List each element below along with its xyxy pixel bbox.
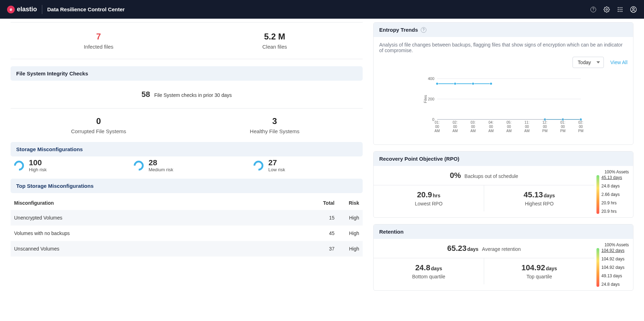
- corrupted-label: Corrupted File Systems: [11, 128, 187, 134]
- entropy-title: Entropy Trends: [379, 27, 418, 33]
- entropy-body: Analysis of file changes between backups…: [374, 37, 633, 144]
- medium-risk-item[interactable]: 28 Medium risk: [134, 159, 239, 172]
- logo-area: e elastio Data Resilience Control Center: [7, 5, 125, 14]
- entropy-desc: Analysis of file changes between backups…: [379, 42, 627, 53]
- svg-text:00: 00: [507, 125, 511, 129]
- retention-body: 65.23days Average retention 24.8days Bot…: [374, 239, 633, 290]
- svg-text:02:: 02:: [579, 121, 583, 124]
- retention-scale: 100% Assets 104.92 days104.92 days104.92…: [594, 239, 633, 290]
- table-row[interactable]: Unencrypted Volumes15High: [11, 210, 363, 226]
- misconfig-table: Misconfiguration Total Risk Unencrypted …: [11, 196, 363, 257]
- svg-point-4: [618, 9, 619, 10]
- low-risk-value: 27: [268, 159, 285, 167]
- svg-text:AM: AM: [470, 129, 476, 133]
- file-stats: 7 Infected files 5.2 M Clean files: [11, 23, 363, 59]
- high-risk-label: High risk: [29, 167, 47, 172]
- svg-text:02:: 02:: [453, 121, 458, 124]
- main-column: 7 Infected files 5.2 M Clean files File …: [11, 22, 363, 257]
- svg-point-1: [618, 7, 619, 8]
- svg-point-3: [621, 7, 623, 8]
- gradient-bar: [596, 248, 599, 287]
- topbar: e elastio Data Resilience Control Center…: [0, 0, 644, 19]
- bottom-quartile[interactable]: 24.8days Bottom quartile: [374, 258, 484, 284]
- svg-text:00: 00: [579, 125, 583, 129]
- entropy-chart: 0200400Files01:00AM02:00AM03:00AM04:00AM…: [379, 68, 627, 140]
- table-row[interactable]: Unscanned Volumes37High: [11, 241, 363, 257]
- svg-text:12:: 12:: [543, 121, 548, 124]
- infected-value: 7: [11, 32, 187, 42]
- svg-text:400: 400: [428, 76, 434, 81]
- svg-point-46: [436, 82, 438, 85]
- svg-text:00: 00: [453, 125, 457, 129]
- svg-text:11:: 11:: [525, 121, 530, 124]
- profile-icon[interactable]: [630, 6, 637, 13]
- low-risk-item[interactable]: 27 Low risk: [254, 159, 359, 172]
- svg-text:04:: 04:: [489, 121, 494, 124]
- top-misconfig-header: Top Storage Misconfigurations: [11, 179, 363, 193]
- svg-text:AM: AM: [506, 129, 512, 133]
- svg-point-49: [490, 82, 492, 85]
- fs-checks-metric: 58 File System checks in prior 30 days: [11, 81, 363, 109]
- svg-point-6: [621, 9, 623, 10]
- brand-logo[interactable]: e elastio: [7, 6, 37, 13]
- gauge-icon: [12, 159, 26, 173]
- app-title: Data Resilience Control Center: [47, 6, 125, 12]
- svg-point-11: [633, 8, 634, 10]
- topbar-actions: ?: [590, 6, 637, 13]
- corrupted-fs-stat[interactable]: 0 Corrupted File Systems: [11, 116, 187, 134]
- table-row[interactable]: Volumes with no backups45High: [11, 226, 363, 241]
- page-body: 7 Infected files 5.2 M Clean files File …: [0, 19, 644, 308]
- logo-badge-icon: e: [7, 6, 15, 13]
- clean-label: Clean files: [187, 44, 363, 50]
- top-quartile[interactable]: 104.92days Top quartile: [484, 258, 594, 284]
- high-risk-item[interactable]: 100 High risk: [14, 159, 120, 172]
- apps-icon[interactable]: [617, 6, 624, 13]
- svg-text:0: 0: [432, 117, 434, 122]
- healthy-fs-stat[interactable]: 3 Healthy File Systems: [187, 116, 363, 134]
- svg-text:AM: AM: [488, 129, 494, 133]
- entropy-header: Entropy Trends ?: [374, 23, 633, 37]
- gauge-icon: [251, 159, 265, 173]
- svg-text:AM: AM: [524, 129, 530, 133]
- col-risk: Risk: [338, 196, 363, 210]
- risk-row: 100 High risk 28 Medium risk 27 Low risk: [11, 156, 363, 179]
- healthy-label: Healthy File Systems: [187, 128, 363, 134]
- svg-text:AM: AM: [452, 129, 458, 133]
- svg-text:00: 00: [471, 125, 475, 129]
- rpo-split: 20.9hrs Lowest RPO 45.13days Highest RPO: [374, 185, 594, 211]
- svg-text:00: 00: [543, 125, 547, 129]
- chart-toolbar: Today View All: [379, 57, 627, 68]
- info-icon[interactable]: ?: [421, 27, 426, 33]
- rpo-panel: Recovery Point Objective (RPO) 0% Backup…: [373, 151, 633, 218]
- period-select[interactable]: Today: [573, 57, 604, 68]
- svg-point-7: [618, 11, 619, 12]
- svg-text:PM: PM: [560, 129, 565, 133]
- lowest-rpo[interactable]: 20.9hrs Lowest RPO: [374, 185, 484, 211]
- clean-value: 5.2 M: [187, 32, 363, 42]
- col-name: Misconfiguration: [11, 196, 310, 210]
- highest-rpo[interactable]: 45.13days Highest RPO: [484, 185, 594, 211]
- view-all-link[interactable]: View All: [610, 60, 627, 65]
- retention-header: Retention: [374, 224, 633, 239]
- gradient-bar: [596, 175, 599, 214]
- rpo-backups-out: 0% Backups out of schedule: [374, 166, 594, 185]
- settings-icon[interactable]: [603, 6, 610, 13]
- svg-text:AM: AM: [434, 129, 440, 133]
- svg-point-48: [472, 82, 474, 85]
- medium-risk-value: 28: [149, 159, 173, 167]
- svg-text:200: 200: [428, 97, 434, 101]
- help-icon[interactable]: ?: [590, 6, 597, 13]
- svg-text:00: 00: [525, 125, 529, 129]
- svg-point-8: [620, 11, 621, 12]
- brand-name: elastio: [17, 6, 37, 13]
- svg-text:05:: 05:: [507, 121, 512, 124]
- retention-panel: Retention 65.23days Average retention 24…: [373, 224, 633, 291]
- entropy-panel: Entropy Trends ? Analysis of file change…: [373, 22, 633, 145]
- infected-files-stat[interactable]: 7 Infected files: [11, 32, 187, 50]
- rpo-scale: 100% Assets 45.13 days24.8 days2.66 days…: [594, 166, 633, 217]
- rpo-body: 0% Backups out of schedule 20.9hrs Lowes…: [374, 166, 633, 217]
- svg-point-2: [620, 7, 621, 8]
- divider: [42, 5, 42, 14]
- fs-split-stats: 0 Corrupted File Systems 3 Healthy File …: [11, 109, 363, 142]
- clean-files-stat[interactable]: 5.2 M Clean files: [187, 32, 363, 50]
